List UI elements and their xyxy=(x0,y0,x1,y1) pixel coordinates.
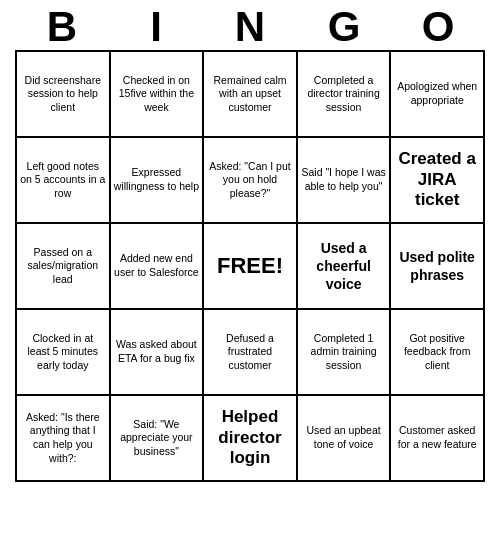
bingo-cell-2[interactable]: Remained calm with an upset customer xyxy=(204,52,298,138)
bingo-cell-15[interactable]: Clocked in at least 5 minutes early toda… xyxy=(17,310,111,396)
bingo-cell-17[interactable]: Defused a frustrated customer xyxy=(204,310,298,396)
bingo-letter-g: G xyxy=(309,6,379,48)
bingo-cell-8[interactable]: Said "I hope I was able to help you" xyxy=(298,138,392,224)
bingo-cell-18[interactable]: Completed 1 admin training session xyxy=(298,310,392,396)
bingo-cell-11[interactable]: Added new end user to Salesforce xyxy=(111,224,205,310)
bingo-cell-5[interactable]: Left good notes on 5 accounts in a row xyxy=(17,138,111,224)
bingo-letter-o: O xyxy=(403,6,473,48)
bingo-cell-13[interactable]: Used a cheerful voice xyxy=(298,224,392,310)
bingo-title: BINGO xyxy=(15,0,485,50)
bingo-cell-24[interactable]: Customer asked for a new feature xyxy=(391,396,485,482)
bingo-cell-20[interactable]: Asked: "Is there anything that I can hel… xyxy=(17,396,111,482)
bingo-cell-3[interactable]: Completed a director training session xyxy=(298,52,392,138)
bingo-cell-1[interactable]: Checked in on 15five within the week xyxy=(111,52,205,138)
bingo-cell-0[interactable]: Did screenshare session to help client xyxy=(17,52,111,138)
bingo-cell-16[interactable]: Was asked about ETA for a bug fix xyxy=(111,310,205,396)
bingo-cell-10[interactable]: Passed on a sales/migration lead xyxy=(17,224,111,310)
bingo-cell-19[interactable]: Got positive feedback from client xyxy=(391,310,485,396)
bingo-letter-b: B xyxy=(27,6,97,48)
bingo-cell-12[interactable]: FREE! xyxy=(204,224,298,310)
bingo-cell-23[interactable]: Used an upbeat tone of voice xyxy=(298,396,392,482)
bingo-cell-7[interactable]: Asked: "Can I put you on hold please?" xyxy=(204,138,298,224)
bingo-cell-9[interactable]: Created a JIRA ticket xyxy=(391,138,485,224)
bingo-cell-21[interactable]: Said: "We appreciate your business" xyxy=(111,396,205,482)
bingo-cell-6[interactable]: Expressed willingness to help xyxy=(111,138,205,224)
bingo-cell-22[interactable]: Helped director login xyxy=(204,396,298,482)
bingo-cell-14[interactable]: Used polite phrases xyxy=(391,224,485,310)
bingo-letter-i: I xyxy=(121,6,191,48)
bingo-cell-4[interactable]: Apologized when appropriate xyxy=(391,52,485,138)
bingo-letter-n: N xyxy=(215,6,285,48)
bingo-grid: Did screenshare session to help clientCh… xyxy=(15,50,485,482)
